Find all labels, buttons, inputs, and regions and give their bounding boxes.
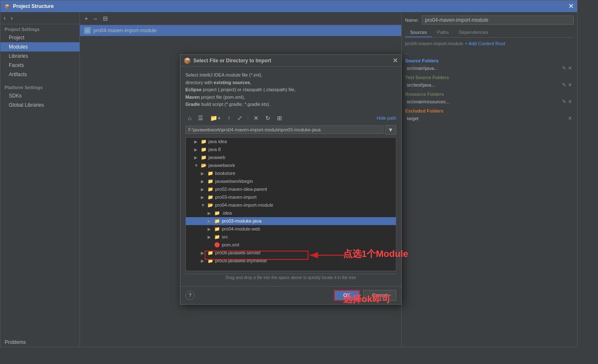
tree-item-javaweb[interactable]: ▶ 📁 javaweb <box>186 154 396 161</box>
edit-test-source-folder-button[interactable]: ✎ <box>562 82 566 88</box>
tree-item-label: .idea <box>222 210 232 215</box>
folder-icon: 📁 <box>214 226 220 232</box>
sfd-toolbar-separator <box>248 115 248 121</box>
sidebar-nav: ‹ › <box>0 12 80 24</box>
sidebar-item-facets[interactable]: Facets <box>0 61 80 70</box>
sfd-new-folder-button[interactable]: 📁+ <box>208 113 223 123</box>
tab-paths[interactable]: Paths <box>432 28 454 37</box>
sidebar-item-project[interactable]: Project <box>0 33 80 42</box>
remove-excluded-folder-button[interactable]: ✕ <box>568 115 572 121</box>
copy-module-button[interactable]: ⊟ <box>101 14 110 23</box>
tree-item-pro02[interactable]: ▶ 📁 pro02-maven-idea-parent <box>186 185 396 193</box>
add-module-button[interactable]: + <box>82 14 90 23</box>
sfd-dialog-icon: 📦 <box>184 57 191 64</box>
tree-arrow: ▶ <box>194 147 199 152</box>
sidebar-item-problems[interactable]: Problems <box>0 338 80 347</box>
test-source-folder-path: src\test\java... <box>407 82 435 87</box>
sfd-folder-up-button[interactable]: ↑ <box>225 113 233 123</box>
remove-module-button[interactable]: – <box>92 14 99 23</box>
right-panel: Name: Sources Paths Dependencies pro04-m… <box>401 12 577 347</box>
tree-item-pro04-module-web[interactable]: ▶ 📁 pro04-module-web <box>186 225 396 233</box>
tree-item-pro09[interactable]: ▶ 📁 pro09-javaweb-thymeleaf <box>186 257 396 265</box>
sfd-remove-button[interactable]: ✕ <box>251 113 261 123</box>
module-tabs: Sources Paths Dependencies <box>405 28 574 38</box>
sidebar-item-global-libraries[interactable]: Global Libraries <box>0 100 80 110</box>
tree-item-java-idea[interactable]: ▶ 📁 java idea <box>186 138 396 146</box>
nav-forward-button[interactable]: › <box>9 14 15 22</box>
sfd-description: Select IntelliJ IDEA module file (*.iml)… <box>185 72 396 108</box>
sfd-ok-button[interactable]: OK <box>334 290 359 301</box>
sfd-toolbar: ⌂ ☰ 📁+ ↑ ⤢ ✕ ↻ ⊞ Hide path <box>185 113 396 123</box>
dialog-icon: 📦 <box>4 3 10 10</box>
folder-icon: 📁 <box>201 147 207 152</box>
nav-back-button[interactable]: ‹ <box>2 14 8 22</box>
tree-item-java8[interactable]: ▶ 📁 java 8 <box>186 146 396 154</box>
source-folder-actions: ✎ ✕ <box>562 65 572 71</box>
tree-item-pro03-moduke-java[interactable]: ▶ 📁 pro03-moduke-java <box>186 217 396 225</box>
excluded-folders-title: Excluded Folders <box>405 108 574 113</box>
tree-item-pro08[interactable]: ▶ 📁 pro08-javaweb-servlet <box>186 249 396 257</box>
tree-item-pom-xml[interactable]: ▶ 🔴 pom.xml <box>186 241 396 249</box>
sfd-drag-hint: Drag and drop a file into the space abov… <box>185 274 396 281</box>
sfd-list-button[interactable]: ☰ <box>195 113 206 123</box>
folder-icon: 📂 <box>208 203 213 208</box>
sfd-home-button[interactable]: ⌂ <box>185 113 194 123</box>
sfd-expand-button[interactable]: ⤢ <box>235 113 245 123</box>
edit-resource-folder-button[interactable]: ✎ <box>562 99 566 105</box>
sidebar-item-libraries[interactable]: Libraries <box>0 51 80 61</box>
resource-folders-title: Resource Folders <box>405 92 574 97</box>
dialog-close-button[interactable]: ✕ <box>568 3 574 10</box>
sidebar-item-artifacts[interactable]: Artifacts <box>0 70 80 79</box>
sidebar-item-modules[interactable]: Modules <box>0 42 80 51</box>
tree-item-src[interactable]: ▶ 📁 src <box>186 233 396 241</box>
tree-item-idea[interactable]: ▶ 📁 .idea <box>186 209 396 217</box>
excluded-folders-section: Excluded Folders target ✕ <box>405 108 574 122</box>
tree-item-javawebworkbegin[interactable]: ▶ 📁 javawebworkbegin <box>186 177 396 185</box>
module-name-input[interactable] <box>422 15 574 25</box>
tree-item-label: pro08-javaweb-servlet <box>215 250 260 255</box>
tree-item-bookstore[interactable]: ▶ 📁 bookstore <box>186 169 396 177</box>
sfd-path-input[interactable] <box>185 126 383 134</box>
add-content-root-button[interactable]: + Add Content Root <box>465 40 505 47</box>
sfd-refresh-button[interactable]: ↻ <box>263 113 273 123</box>
folder-icon: 📂 <box>201 163 207 168</box>
tree-item-label: pro03-maven-import <box>215 195 257 200</box>
remove-source-folder-button[interactable]: ✕ <box>568 65 572 71</box>
sfd-help-button[interactable]: ? <box>185 291 195 300</box>
tree-arrow: ▶ <box>201 179 206 184</box>
tree-item-pro03-maven-import[interactable]: ▶ 📁 pro03-maven-import <box>186 193 396 201</box>
folder-icon: 📁 <box>208 171 213 176</box>
sfd-path-dropdown-button[interactable]: ▼ <box>385 125 396 135</box>
tab-sources[interactable]: Sources <box>405 28 432 37</box>
file-icon: 🔴 <box>214 242 220 248</box>
sidebar-item-sdks[interactable]: SDKs <box>0 91 80 100</box>
sfd-copy-button[interactable]: ⊞ <box>275 113 285 123</box>
edit-source-folder-button[interactable]: ✎ <box>562 65 566 71</box>
test-source-folders-title: Test Source Folders <box>405 75 574 80</box>
folder-icon: 📁 <box>208 187 213 192</box>
sfd-cancel-button[interactable]: Cancel <box>363 290 396 301</box>
sfd-path-row: ▼ <box>185 125 396 135</box>
tree-item-label: javaweb <box>208 155 225 160</box>
tree-item-label: javawebwork <box>208 163 235 168</box>
sfd-title-bar: 📦 Select File or Directory to Import ✕ <box>180 55 401 67</box>
tab-dependencies[interactable]: Dependencies <box>454 28 493 37</box>
tree-arrow: ▼ <box>201 203 206 208</box>
module-item[interactable]: m pro04-maven-import-module <box>80 25 401 36</box>
tree-item-pro04[interactable]: ▼ 📂 pro04-maven-import-module <box>186 201 396 209</box>
tree-item-label: pro03-moduke-java <box>222 218 262 223</box>
folder-icon: 📁 <box>214 234 220 240</box>
sfd-close-button[interactable]: ✕ <box>393 56 398 64</box>
excluded-folder-path: target <box>407 116 418 121</box>
tree-item-javawebwork[interactable]: ▼ 📂 javawebwork <box>186 161 396 169</box>
tree-item-label: pro04-maven-import-module <box>215 203 273 208</box>
tree-item-label: src <box>222 234 228 239</box>
sfd-hide-path-button[interactable]: Hide path <box>377 115 396 120</box>
name-row: Name: <box>405 15 574 25</box>
remove-resource-folder-button[interactable]: ✕ <box>568 99 572 105</box>
sfd-footer: ? OK Cancel <box>180 286 401 304</box>
remove-test-source-folder-button[interactable]: ✕ <box>568 82 572 88</box>
source-folders-title: Source Folders <box>405 58 574 63</box>
tree-arrow: ▼ <box>194 163 199 168</box>
sfd-file-tree: ▶ 📁 java idea ▶ 📁 java 8 ▶ 📁 javaweb ▼ � <box>185 137 396 271</box>
